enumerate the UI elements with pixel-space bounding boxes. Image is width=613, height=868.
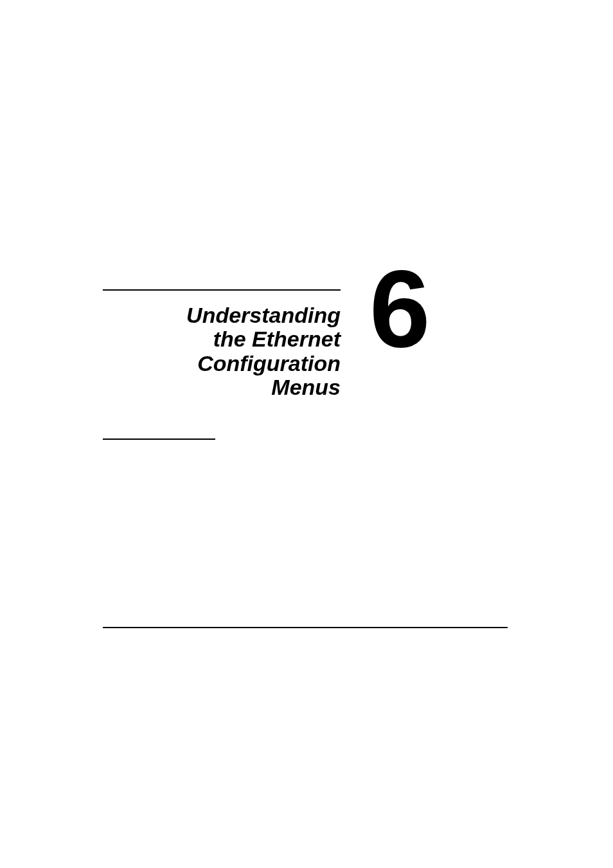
title-rule-bottom [103, 439, 215, 440]
title-rule-top [103, 289, 341, 291]
title-line-4: Menus [271, 375, 341, 399]
chapter-title: Understanding the Ethernet Configuration… [103, 303, 341, 400]
footer-rule [103, 627, 508, 628]
title-line-2: the Ethernet [213, 327, 341, 351]
title-line-1: Understanding [186, 303, 341, 327]
chapter-title-block: Understanding the Ethernet Configuration… [103, 289, 341, 440]
chapter-number: 6 [369, 254, 431, 363]
page-container: Understanding the Ethernet Configuration… [0, 0, 613, 868]
title-line-3: Configuration [197, 351, 341, 375]
